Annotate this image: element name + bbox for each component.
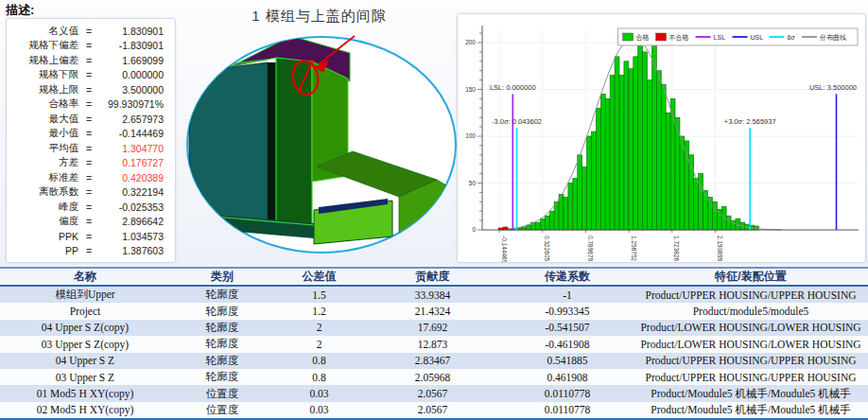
histogram-bars — [498, 36, 758, 230]
svg-text:100: 100 — [465, 132, 476, 139]
svg-text:50: 50 — [469, 180, 477, 186]
equals-sign: = — [78, 40, 99, 51]
equals-sign: = — [78, 231, 99, 242]
stat-row: 规格上偏差=1.669099 — [10, 53, 169, 68]
column-header[interactable]: 特征/装配位置 — [634, 268, 868, 286]
svg-text:0.789679: 0.789679 — [587, 236, 594, 261]
table-row[interactable]: Project轮廓度1.221.4324-0.993345Product/mod… — [0, 303, 868, 319]
column-header[interactable]: 贡献度 — [364, 268, 501, 286]
table-cell: 02 Mod5 H XY(copy) — [0, 402, 170, 418]
stat-value: 3.500000 — [99, 84, 169, 96]
table-cell: 0.8 — [274, 369, 364, 385]
stat-row: 规格下限=0.000000 — [10, 68, 169, 83]
contribution-table: 名称类别公差值贡献度传递系数特征/装配位置 模组到Upper轮廓度1.533.9… — [0, 267, 868, 420]
stat-row: 最小值=-0.144469 — [10, 127, 169, 142]
legend-label: 分布曲线 — [819, 34, 846, 42]
table-row[interactable]: 03 Upper S Z轮廓度0.82.059680.461908Product… — [0, 369, 868, 385]
table-cell: 2.0567 — [364, 402, 501, 418]
column-header[interactable]: 传递系数 — [501, 268, 634, 286]
table-cell: 轮廓度 — [170, 303, 274, 319]
table-row[interactable]: 01 Mod5 H XY(copy)位置度0.032.05670.0110778… — [0, 385, 868, 401]
minus-3sigma-line-label: -3.0σ: 0.043602 — [492, 117, 542, 126]
table-cell: -0.541507 — [501, 320, 634, 336]
table-cell: Product/UPPER HOUSING/UPPER HOUSING — [634, 369, 868, 385]
table-cell: 03 Upper S Z(copy) — [0, 336, 170, 352]
table-cell: 轮廓度 — [170, 320, 274, 336]
cad-3d-svg — [180, 0, 459, 267]
stat-row: 离散系数=0.322194 — [10, 185, 169, 201]
table-cell: Product/Moudule5 机械手/Moudule5 机械手 — [634, 385, 868, 401]
svg-text:150: 150 — [465, 86, 476, 93]
stat-label: 规格上偏差 — [10, 54, 78, 67]
svg-text:-0.144469: -0.144469 — [501, 236, 508, 262]
table-cell: 04 Upper S Z(copy) — [0, 320, 170, 336]
table-cell: Product/UPPER HOUSING/UPPER HOUSING — [634, 353, 868, 369]
stat-value: 1.830901 — [99, 26, 169, 37]
svg-text:0.322605: 0.322605 — [544, 236, 550, 261]
measurement-title: 1 模组与上盖的间隙 — [180, 8, 459, 26]
table-cell: 1.5 — [274, 286, 364, 303]
table-cell: Product/UPPER HOUSING/UPPER HOUSING — [634, 286, 868, 303]
table-cell: 17.692 — [364, 320, 501, 336]
stat-value: 2.896642 — [99, 216, 169, 227]
gap-column — [268, 62, 276, 227]
table-cell: 21.4324 — [364, 303, 501, 319]
column-header[interactable]: 名称 — [0, 268, 170, 286]
stat-value: 99.930971% — [99, 98, 169, 110]
stat-value: 0.176727 — [99, 157, 169, 168]
stat-label: 规格下限 — [10, 68, 78, 81]
table-cell: 0.0110778 — [501, 402, 634, 418]
table-cell: 2.0567 — [364, 385, 501, 401]
stat-row: 平均值=1.304770 — [10, 141, 169, 156]
description-label: 描述: — [6, 2, 34, 19]
equals-sign: = — [78, 114, 99, 125]
legend-label: 合格 — [636, 34, 650, 42]
table-cell: 轮廓度 — [170, 336, 274, 352]
table-row[interactable]: 02 Mod5 H XY(copy)位置度0.032.05670.0110778… — [0, 402, 868, 418]
equals-sign: = — [78, 245, 99, 256]
table-cell: Product/LOWER HOUSING/LOWER HOUSING — [634, 320, 868, 336]
stat-label: 平均值 — [10, 142, 78, 155]
cad-canvas — [180, 0, 459, 267]
stat-label: 最大值 — [10, 113, 78, 126]
legend-label: 6σ — [787, 34, 795, 41]
stat-row: 偏度=2.896642 — [10, 215, 169, 230]
stat-label: 合格率 — [10, 97, 78, 111]
equals-sign: = — [78, 55, 99, 66]
stat-row: PP=1.387603 — [10, 244, 169, 259]
svg-text:200: 200 — [465, 39, 476, 45]
table-cell: 位置度 — [170, 402, 274, 418]
stat-value: 0.322194 — [99, 186, 169, 198]
table-cell: 2 — [274, 320, 364, 336]
stat-label: PPK — [10, 231, 78, 242]
stat-value: 1.387603 — [99, 245, 169, 256]
stat-row: 峰度=-0.025353 — [10, 200, 169, 215]
stat-value: 1.669099 — [99, 55, 169, 66]
equals-sign: = — [78, 26, 99, 37]
stat-value: 1.304770 — [99, 143, 169, 154]
stat-value: 0.000000 — [99, 69, 169, 80]
left-teal-panel — [189, 62, 268, 223]
stat-label: 标准差 — [10, 171, 78, 184]
stat-label: 峰度 — [10, 201, 78, 214]
table-row[interactable]: 04 Upper S Z轮廓度0.82.834670.541885Product… — [0, 353, 868, 369]
stat-value: 2.657973 — [99, 114, 169, 125]
equals-sign: = — [78, 69, 99, 80]
legend-swatch — [623, 33, 634, 41]
table-cell: Product/Moudule5 机械手/Moudule5 机械手 — [634, 402, 868, 418]
column-header[interactable]: 类别 — [170, 268, 274, 286]
table-cell: -0.461908 — [501, 336, 634, 352]
stat-value: -0.144469 — [99, 128, 169, 139]
table-row[interactable]: 模组到Upper轮廓度1.533.9384-1Product/UPPER HOU… — [0, 286, 868, 303]
table-row[interactable]: 03 Upper S Z(copy)轮廓度212.873-0.461908Pro… — [0, 336, 868, 352]
table-row[interactable]: 04 Upper S Z(copy)轮廓度217.692-0.541507Pro… — [0, 320, 868, 336]
table-header: 名称类别公差值贡献度传递系数特征/装配位置 — [0, 268, 868, 286]
stat-row: 标准差=0.420389 — [10, 170, 169, 185]
equals-sign: = — [78, 186, 99, 198]
stat-label: 离散系数 — [10, 185, 78, 199]
table-cell: 2.83467 — [364, 353, 501, 369]
column-header[interactable]: 公差值 — [274, 268, 364, 286]
stat-value: -1.830901 — [99, 40, 169, 51]
table-cell: 轮廓度 — [170, 353, 274, 369]
svg-text:0: 0 — [472, 226, 476, 233]
